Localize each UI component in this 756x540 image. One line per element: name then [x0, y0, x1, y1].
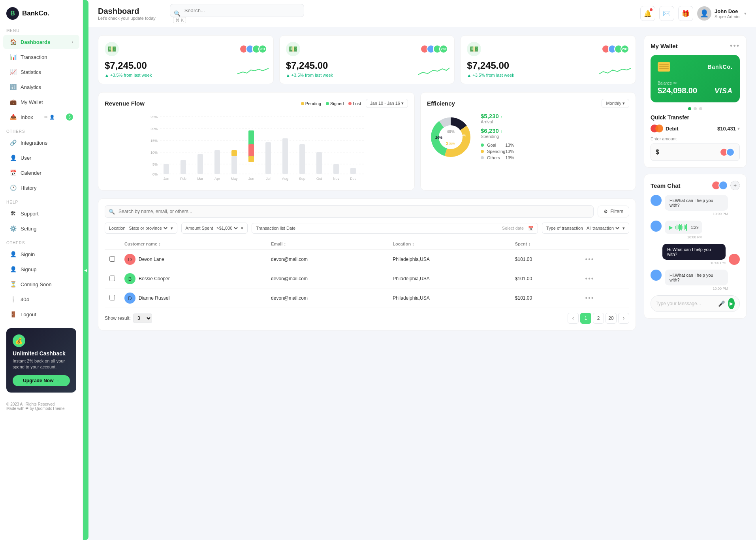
type-select[interactable]: All transaction	[585, 225, 621, 231]
row-checkbox[interactable]	[109, 295, 115, 300]
prev-page-button[interactable]: ‹	[568, 313, 579, 324]
sidebar-item-transaction[interactable]: 📊 Transaction	[3, 50, 79, 64]
svg-rect-18	[214, 150, 220, 174]
table-footer: Show result: 3 5 10 ‹ 1 2 20 ›	[105, 313, 629, 324]
sidebar-item-label: 404	[21, 296, 29, 302]
table-row: B Bessie Cooper devon@mail.com Philadelp…	[105, 269, 629, 289]
show-result-select[interactable]: 3 5 10	[133, 313, 152, 323]
upgrade-now-button[interactable]: Upgrade Now →	[13, 375, 70, 386]
page-1-button[interactable]: 1	[580, 313, 591, 324]
sidebar-toggle[interactable]: ◀	[83, 0, 88, 540]
calender-icon: 📅	[9, 169, 17, 176]
my-wallet-icon: 💼	[9, 98, 17, 106]
page-2-button[interactable]: 2	[593, 313, 604, 324]
credit-card: BankCo. Balance 👁 $24,098.00 VISA	[651, 55, 740, 102]
logo-text: BankCo.	[22, 9, 49, 17]
svg-rect-29	[282, 138, 288, 174]
sidebar-item-user[interactable]: 👤 User	[3, 151, 79, 165]
svg-text:Aug: Aug	[282, 177, 288, 181]
search-input[interactable]	[170, 4, 304, 17]
user-menu[interactable]: 👤 John Doe Super Admin ▾	[697, 6, 747, 21]
sidebar-item-support[interactable]: 🛠 Support	[3, 206, 79, 221]
sidebar-item-my-wallet[interactable]: 💼 My Wallet	[3, 95, 79, 109]
chat-send-button[interactable]: ▶	[728, 298, 735, 309]
svg-text:Apr: Apr	[214, 177, 220, 181]
row-more-button[interactable]: •••	[585, 275, 594, 282]
chevron-right-icon: ›	[72, 40, 73, 44]
sidebar-item-statistics[interactable]: 📈 Statistics	[3, 65, 79, 79]
messages-button[interactable]: ✉️	[659, 6, 674, 21]
sidebar-item-coming-soon[interactable]: ⏳ Coming Soon	[3, 277, 79, 291]
dashboards-icon: 🏠	[9, 38, 17, 45]
amount-select[interactable]: >$1,000	[215, 225, 239, 231]
legend-lost: Lost	[348, 101, 361, 106]
logo: B BankCo.	[0, 0, 83, 24]
chat-bubble-sent: Hi.What can I help you with?	[662, 244, 726, 260]
filters-button[interactable]: ⚙ Filters	[598, 206, 629, 217]
wallet-more-button[interactable]: •••	[730, 42, 740, 50]
audio-play-icon[interactable]: ▶	[669, 224, 673, 230]
svg-text:Sep: Sep	[299, 177, 305, 181]
spending-label: Spending	[481, 134, 514, 139]
card-dot[interactable]	[694, 107, 697, 110]
chat-message-4: Hi.What can I help you with? 10:00 PM	[651, 270, 740, 291]
sidebar-item-logout[interactable]: 🚪 Logout	[3, 307, 79, 321]
table-search-input[interactable]	[105, 205, 594, 218]
arrival-value: $5,230 ↑	[481, 113, 514, 119]
sidebar-item-analytics[interactable]: 🔢 Analytics	[3, 80, 79, 94]
col-email[interactable]: Email ↕	[266, 238, 388, 250]
sidebar-item-signup[interactable]: 👤 Signup	[3, 262, 79, 276]
location-filter-label: Location	[109, 226, 126, 230]
date-range-selector[interactable]: Jan 10 - Jan 16 ▾	[366, 99, 408, 108]
next-page-button[interactable]: ›	[618, 313, 629, 324]
sidebar-item-dashboards[interactable]: 🏠 Dashboards ›	[3, 35, 79, 49]
sidebar-item-inbox[interactable]: 📥 Inbox ✏ 👤 5	[3, 110, 79, 124]
location-filter[interactable]: Location State or province ▾	[105, 223, 177, 234]
amount-filter[interactable]: Amount Spent >$1,000 ▾	[181, 223, 248, 234]
mic-icon[interactable]: 🎤	[718, 300, 725, 307]
row-checkbox[interactable]	[109, 256, 115, 262]
notification-dot	[650, 8, 653, 11]
customer-avatar: D	[124, 254, 135, 265]
date-filter[interactable]: Transaction list Date Select date 📅	[252, 223, 538, 234]
efficiency-panel: Efficiency Monthly ▾	[420, 92, 636, 191]
add-chat-member-button[interactable]: +	[730, 181, 740, 190]
topbar-actions: 🔔 ✉️ 🎁 👤 John Doe Super Admin ▾	[640, 6, 747, 21]
show-result: Show result: 3 5 10	[105, 313, 152, 323]
user-icon: 👤	[9, 154, 17, 161]
chat-input[interactable]	[656, 301, 715, 306]
sidebar-item-label: Signup	[21, 266, 36, 272]
efficiency-period-selector[interactable]: Monthly ▾	[602, 99, 629, 108]
chat-header-right: +	[711, 181, 740, 190]
chat-avatar	[718, 181, 728, 190]
row-more-button[interactable]: •••	[585, 295, 594, 301]
page-20-button[interactable]: 20	[606, 313, 617, 324]
card-dot[interactable]	[699, 107, 702, 110]
sidebar-item-history[interactable]: 🕐 History	[3, 181, 79, 195]
user-name: John Doe	[715, 8, 739, 14]
enter-amount-label: Enter amount	[651, 136, 740, 141]
sidebar-item-404[interactable]: ❕ 404	[3, 292, 79, 306]
inbox-badge: 5	[66, 113, 73, 121]
sidebar-item-setting[interactable]: ⚙️ Setting	[3, 221, 79, 236]
row-checkbox[interactable]	[109, 276, 115, 281]
card-dot[interactable]	[688, 107, 691, 110]
debit-row: Debit $10,431 ▾	[651, 125, 740, 132]
svg-text:Oct: Oct	[316, 177, 322, 181]
sidebar-item-integrations[interactable]: 🔗 Integrations	[3, 136, 79, 150]
type-filter[interactable]: Type of transaction All transaction ▾	[542, 223, 629, 234]
sidebar-item-calender[interactable]: 📅 Calender	[3, 166, 79, 180]
user-details: John Doe Super Admin	[715, 8, 739, 19]
location-select[interactable]: State or province	[128, 225, 169, 231]
arrow-up-icon: ▲	[286, 73, 290, 77]
row-more-button[interactable]: •••	[585, 256, 594, 262]
customer-name: Bessie Cooper	[139, 276, 170, 281]
col-spent[interactable]: Spent ↕	[510, 238, 581, 250]
col-location[interactable]: Location ↕	[388, 238, 510, 250]
gift-button[interactable]: 🎁	[678, 6, 693, 21]
sidebar-item-signin[interactable]: 👤 Signin	[3, 247, 79, 261]
col-customer[interactable]: Customer name ↕	[120, 238, 266, 250]
legend-pending: Pending	[301, 101, 321, 106]
table-search-icon: 🔍	[109, 209, 115, 215]
notifications-button[interactable]: 🔔	[640, 6, 655, 21]
